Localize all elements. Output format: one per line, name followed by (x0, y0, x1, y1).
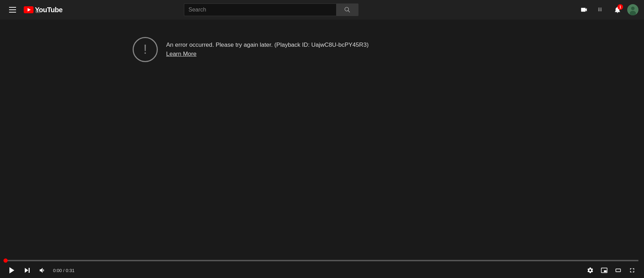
learn-more-link[interactable]: Learn More (166, 51, 369, 58)
apps-button[interactable] (594, 3, 608, 17)
error-message: An error occurred. Please try again late… (166, 42, 369, 48)
theater-icon (615, 267, 622, 274)
fullscreen-icon (629, 267, 636, 274)
search-icon (344, 6, 351, 13)
progress-knob (3, 258, 8, 263)
create-button[interactable] (577, 3, 591, 17)
menu-button[interactable] (6, 3, 20, 17)
apps-icon (597, 6, 605, 14)
time-display: 0:00 / 0:31 (53, 268, 74, 273)
controls-bar: 0:00 / 0:31 (0, 260, 644, 278)
youtube-play-icon (24, 6, 34, 13)
notifications-button[interactable]: 1 (610, 3, 624, 17)
fullscreen-button[interactable] (626, 264, 638, 277)
camera-icon (580, 6, 588, 14)
error-text-block: An error occurred. Please try again late… (166, 42, 369, 58)
miniplayer-button[interactable] (598, 264, 610, 277)
next-button[interactable] (21, 264, 34, 277)
video-main: ! An error occurred. Please try again la… (0, 20, 644, 260)
search-input[interactable] (184, 3, 336, 16)
exclamation-icon: ! (143, 43, 147, 56)
search-form (184, 3, 358, 16)
next-icon (25, 268, 30, 273)
search-container (160, 3, 383, 16)
youtube-logo-icon (24, 6, 34, 13)
error-container: ! An error occurred. Please try again la… (133, 37, 369, 62)
notification-count: 1 (617, 4, 623, 10)
settings-icon (587, 267, 594, 274)
theater-button[interactable] (612, 264, 624, 277)
volume-button[interactable] (36, 264, 49, 277)
svg-point-1 (631, 7, 635, 10)
hamburger-icon (9, 7, 16, 13)
time-total: 0:31 (66, 268, 74, 273)
settings-button[interactable] (584, 264, 597, 277)
avatar[interactable] (627, 4, 638, 15)
time-separator: / (62, 268, 66, 273)
youtube-country: GB (35, 10, 62, 14)
top-bar: YouTube GB (0, 0, 644, 20)
time-current: 0:00 (53, 268, 62, 273)
progress-bar[interactable] (6, 260, 638, 261)
logo-area[interactable]: YouTube GB (24, 6, 62, 14)
miniplayer-icon (601, 267, 608, 274)
avatar-icon (627, 4, 638, 15)
play-icon (9, 267, 14, 273)
error-icon: ! (133, 37, 158, 62)
controls-bottom: 0:00 / 0:31 (6, 264, 638, 277)
topbar-right: 1 (577, 3, 638, 17)
search-button[interactable] (336, 3, 358, 16)
play-button[interactable] (6, 264, 18, 277)
controls-right (584, 264, 638, 277)
player-area: ! An error occurred. Please try again la… (0, 20, 644, 278)
volume-icon (39, 266, 46, 274)
